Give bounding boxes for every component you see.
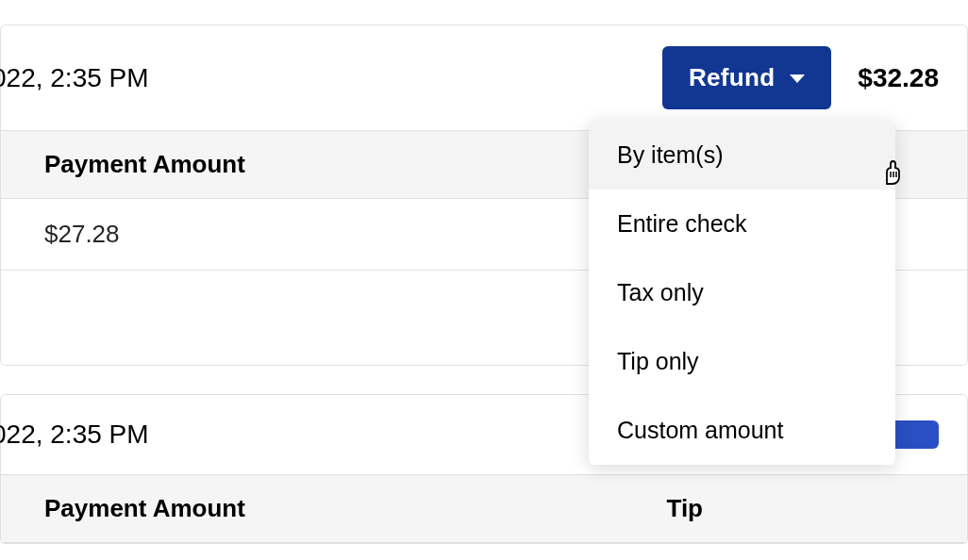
dropdown-item-by-items[interactable]: By item(s) [589,121,895,189]
chevron-down-icon [790,74,805,83]
payment-amount-header: Payment Amount [44,150,245,179]
payment-amount-header: Payment Amount [44,494,245,523]
dropdown-item-entire-check[interactable]: Entire check [589,189,895,258]
card-header: 022, 2:35 PM Refund $32.28 [1,25,967,130]
refund-button-label: Refund [689,63,775,92]
transaction-timestamp: 022, 2:35 PM [0,63,149,93]
card-header-right: Refund $32.28 [662,46,939,109]
table-header-row: Payment Amount Tip [1,474,967,543]
transaction-total: $32.28 [858,63,939,93]
dropdown-item-tip-only[interactable]: Tip only [589,327,895,396]
dropdown-item-tax-only[interactable]: Tax only [589,258,895,327]
refund-button[interactable]: Refund [662,46,831,109]
transaction-timestamp: 022, 2:35 PM [0,420,149,450]
tip-header: Tip [666,494,967,523]
dropdown-item-custom-amount[interactable]: Custom amount [589,396,895,465]
refund-dropdown-menu: By item(s) Entire check Tax only Tip onl… [589,121,895,465]
